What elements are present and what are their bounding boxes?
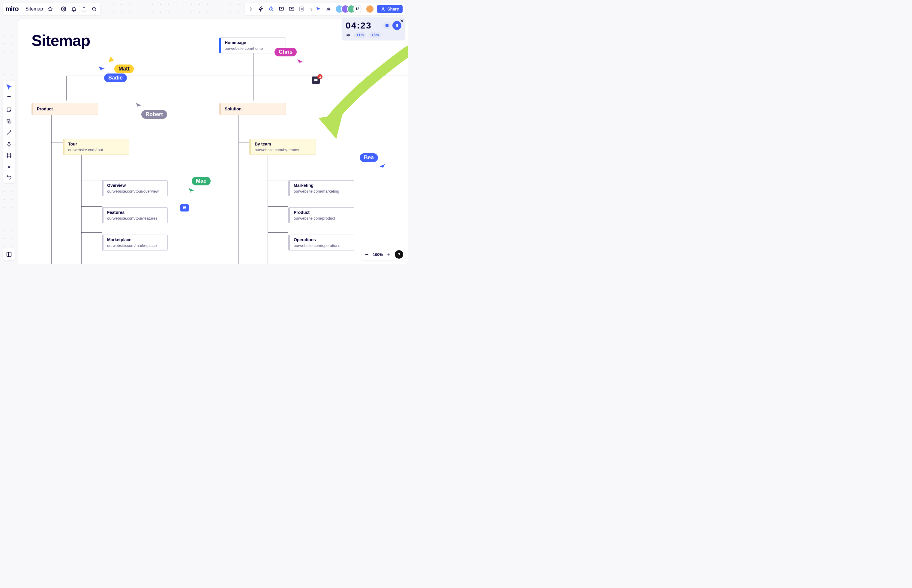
card-marketing[interactable]: Marketing ourwebsite.com/marketing bbox=[288, 180, 354, 196]
share-label: Share bbox=[387, 6, 399, 11]
board-surface[interactable]: Sitemap Homepage ourwebsite.com/hom bbox=[18, 19, 408, 264]
card-url: ourwebsite.com/by-teams bbox=[255, 148, 312, 152]
cursor-bea-label: Bea bbox=[360, 153, 378, 162]
tool-pen[interactable] bbox=[5, 140, 13, 148]
timer-time: 04:23 bbox=[345, 20, 372, 31]
topbar-left: miro Sitemap bbox=[3, 3, 100, 15]
list-icon[interactable] bbox=[298, 5, 305, 13]
export-icon[interactable] bbox=[81, 5, 87, 13]
zoom-in-button[interactable]: + bbox=[385, 251, 392, 258]
card-title: Operations bbox=[294, 237, 350, 242]
reactions-icon[interactable] bbox=[325, 5, 332, 13]
toolbox bbox=[3, 81, 15, 173]
card-features[interactable]: Features ourwebsite.com/tour/features bbox=[102, 207, 168, 223]
tool-shape[interactable] bbox=[5, 117, 13, 125]
card-title: Product bbox=[37, 107, 53, 111]
topbar-collab: 12 Share bbox=[312, 3, 405, 15]
card-solution[interactable]: Solution bbox=[219, 103, 286, 115]
svg-marker-16 bbox=[108, 57, 114, 62]
tool-more[interactable] bbox=[5, 163, 13, 171]
chevron-right-icon[interactable] bbox=[247, 5, 254, 13]
share-button[interactable]: Share bbox=[377, 5, 403, 13]
card-title: Product bbox=[294, 210, 350, 215]
svg-point-27 bbox=[281, 8, 282, 9]
card-title: Features bbox=[107, 210, 164, 215]
cursor-sadie-icon bbox=[98, 66, 105, 73]
svg-rect-32 bbox=[397, 24, 398, 27]
card-title: Tour bbox=[68, 142, 125, 146]
cursor-matt-label: Matt bbox=[114, 65, 134, 73]
card-url: ourwebsite.com/home bbox=[225, 46, 282, 51]
drawn-arrow-icon bbox=[312, 46, 408, 142]
settings-icon[interactable] bbox=[60, 5, 67, 13]
svg-marker-19 bbox=[297, 59, 303, 65]
card-title: Marketing bbox=[294, 183, 350, 188]
search-icon[interactable] bbox=[90, 5, 98, 13]
bell-icon[interactable] bbox=[70, 5, 77, 13]
card-overview[interactable]: Overview ourwebsite.com/tour/overview bbox=[102, 180, 168, 196]
slideshow-icon[interactable] bbox=[288, 5, 295, 13]
card-title: Homepage bbox=[225, 40, 282, 45]
tool-line[interactable] bbox=[5, 128, 13, 137]
card-product[interactable]: Product bbox=[32, 103, 98, 115]
card-title: Marketplace bbox=[107, 237, 164, 242]
svg-marker-17 bbox=[99, 66, 105, 72]
svg-point-23 bbox=[63, 8, 65, 10]
close-icon[interactable]: ✕ bbox=[400, 18, 404, 24]
comment-thread[interactable]: 3 bbox=[312, 76, 320, 84]
zoom-value[interactable]: 100% bbox=[373, 252, 383, 257]
zoom-out-button[interactable]: − bbox=[363, 251, 371, 258]
tool-text[interactable] bbox=[5, 94, 13, 103]
svg-point-30 bbox=[383, 8, 384, 9]
svg-rect-31 bbox=[396, 24, 397, 27]
timer-plus-1m[interactable]: +1m bbox=[354, 32, 366, 38]
presentation-icon[interactable] bbox=[278, 5, 285, 13]
cursor-mae-label: Mae bbox=[192, 177, 211, 186]
card-marketplace[interactable]: Marketplace ourwebsite.com/marketplace bbox=[102, 234, 168, 250]
comment-badge: 3 bbox=[317, 74, 323, 79]
cursor-robert-icon bbox=[135, 102, 142, 109]
card-url: ourwebsite.com/tour/features bbox=[107, 216, 164, 221]
board-name[interactable]: Sitemap bbox=[25, 6, 44, 12]
panel-toggle[interactable] bbox=[3, 249, 15, 260]
tool-select[interactable] bbox=[5, 83, 13, 91]
tool-sticky[interactable] bbox=[5, 106, 13, 114]
help-button[interactable]: ? bbox=[395, 250, 403, 258]
card-tour[interactable]: Tour ourwebsite.com/tour bbox=[63, 139, 129, 155]
svg-point-24 bbox=[93, 7, 96, 10]
avatar-count[interactable]: 12 bbox=[353, 5, 362, 13]
timer-panel: ✕ 04:23 +1m +5m bbox=[342, 18, 405, 40]
cursor-chris-label: Chris bbox=[274, 48, 297, 57]
page-title: Sitemap bbox=[32, 31, 90, 50]
sound-icon[interactable] bbox=[345, 32, 351, 38]
timer-plus-5m[interactable]: +5m bbox=[369, 32, 381, 38]
cursor-sadie-label: Sadie bbox=[104, 73, 127, 82]
card-url: ourwebsite.com/operations bbox=[294, 243, 350, 248]
card-byteam[interactable]: By team ourwebsite.com/by-teams bbox=[249, 139, 316, 155]
card-product2[interactable]: Product ourwebsite.com/product bbox=[288, 207, 354, 223]
cursor-robert-label: Robert bbox=[141, 110, 167, 119]
svg-marker-18 bbox=[136, 103, 141, 108]
lightning-icon[interactable] bbox=[257, 5, 265, 13]
svg-marker-20 bbox=[189, 188, 194, 194]
card-url: ourwebsite.com/marketplace bbox=[107, 243, 164, 248]
undo-button[interactable] bbox=[3, 171, 15, 183]
comment-single[interactable] bbox=[180, 204, 189, 212]
avatar-stack[interactable]: 12 bbox=[335, 5, 362, 13]
svg-marker-21 bbox=[379, 164, 385, 170]
card-title: By team bbox=[255, 142, 312, 146]
svg-rect-33 bbox=[7, 120, 10, 122]
timer-stop-button[interactable] bbox=[383, 22, 391, 29]
card-operations[interactable]: Operations ourwebsite.com/operations bbox=[288, 234, 354, 250]
svg-rect-35 bbox=[7, 252, 11, 257]
cursor-chris-icon bbox=[297, 58, 304, 66]
star-icon[interactable] bbox=[47, 5, 54, 13]
zoom-controls: − 100% + ? bbox=[362, 249, 405, 260]
cursor-tool-icon[interactable] bbox=[315, 5, 322, 13]
timer-icon[interactable] bbox=[268, 5, 275, 13]
tool-frame[interactable] bbox=[5, 151, 13, 160]
cursor-bea-icon bbox=[379, 163, 386, 170]
card-url: ourwebsite.com/tour bbox=[68, 148, 125, 152]
avatar-me[interactable] bbox=[366, 5, 374, 13]
logo[interactable]: miro bbox=[5, 5, 19, 13]
